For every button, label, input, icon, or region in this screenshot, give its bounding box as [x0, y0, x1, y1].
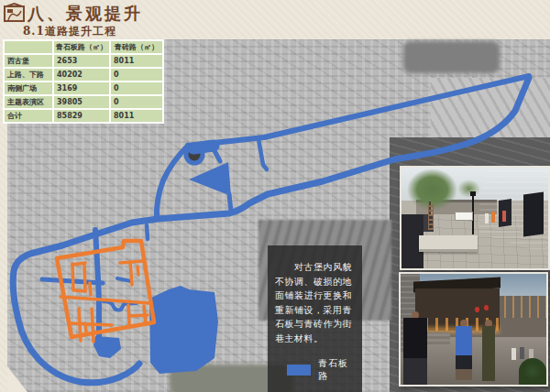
photo2-man-blue-shirt	[456, 320, 471, 381]
photo2-figure-body	[482, 326, 495, 382]
photo1-pedestrian	[491, 212, 495, 223]
photo1-pedestrian	[485, 213, 489, 223]
photo1-sign	[455, 212, 474, 221]
photo1-window	[523, 191, 544, 236]
table-row: 上路、下路 40202 0	[5, 69, 162, 81]
map-grove-patch	[403, 41, 500, 73]
stone-road-swatch	[287, 365, 311, 376]
gate-icon	[4, 3, 25, 22]
page-subtitle: 8.1道路提升工程	[23, 24, 116, 39]
table-row-total: 合计 85829 8011	[5, 110, 162, 122]
table-row: 主题表演区 39805 0	[5, 96, 162, 108]
photo1-lamp-head	[470, 191, 476, 196]
street-photo-day	[400, 166, 550, 270]
photo1-tree	[457, 180, 481, 198]
slide: 八、景观提升 8.1道路提升工程 青石板路（㎡） 青砖路（㎡） 西古堡 2653…	[0, 0, 550, 392]
photo1-pedestrian	[502, 211, 506, 222]
table-header-blank	[5, 41, 52, 53]
page-title: 八、景观提升	[28, 3, 143, 25]
photo1-stone-planter	[419, 235, 478, 253]
photo1-ladder	[428, 204, 434, 231]
map-dark-building	[188, 147, 202, 161]
street-photo-dusk	[399, 272, 548, 387]
photo2-shrub	[519, 358, 546, 385]
info-panel: 对古堡内风貌不协调、破损的地面铺装进行更换和重新铺设，采用青石板与青砖作为街巷主…	[268, 245, 362, 392]
area-table: 青石板路（㎡） 青砖路（㎡） 西古堡 2653 8011 上路、下路 40202…	[3, 39, 164, 124]
table-header-stone: 青石板路（㎡）	[54, 41, 109, 53]
table-row: 南侧广场 3169 0	[5, 82, 162, 94]
photo2-figure-body	[456, 326, 471, 381]
photo2-figure-body	[403, 318, 426, 385]
legend: 青石板路 青砖路	[275, 357, 356, 392]
photo2-pedestrian	[520, 347, 524, 359]
legend-item-stone: 青石板路	[275, 357, 356, 383]
table-row: 西古堡 2653 8011	[5, 55, 162, 67]
legend-label: 青石板路	[318, 357, 356, 383]
photo2-red-lantern	[484, 305, 489, 310]
table-header-brick: 青砖路（㎡）	[111, 41, 162, 53]
table-header-row: 青石板路（㎡） 青砖路（㎡）	[5, 41, 162, 53]
photo2-steps	[425, 332, 450, 344]
photo2-pedestrian	[512, 348, 516, 360]
photo2-woman-dress	[482, 320, 495, 382]
info-panel-text: 对古堡内风貌不协调、破损的地面铺装进行更换和重新铺设，采用青石板与青砖作为街巷主…	[275, 260, 356, 345]
photo2-man-black-shirt	[403, 311, 426, 385]
